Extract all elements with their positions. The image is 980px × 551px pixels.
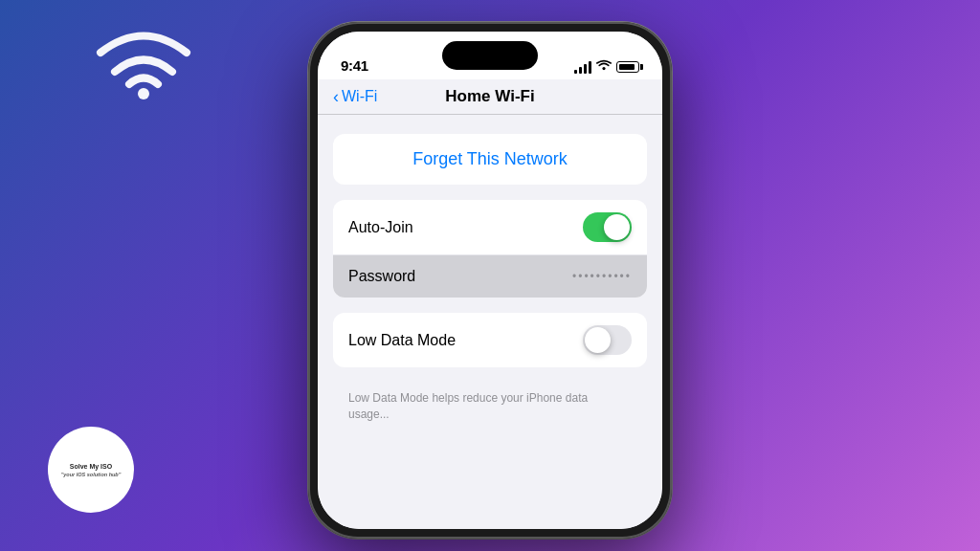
dynamic-island xyxy=(442,41,538,70)
auto-join-label: Auto-Join xyxy=(348,219,413,236)
password-row[interactable]: Password •••••••••• xyxy=(333,254,647,298)
low-data-row: Low Data Mode xyxy=(333,313,647,367)
logo-title: Solve My ISO xyxy=(70,463,112,471)
back-label: Wi-Fi xyxy=(342,88,377,105)
wifi-status-icon xyxy=(596,59,612,74)
low-data-toggle[interactable] xyxy=(583,325,632,355)
logo-badge: Solve My ISO "your IOS solution hub" xyxy=(48,427,134,513)
auto-join-row: Auto-Join xyxy=(333,200,647,254)
back-chevron-icon: ‹ xyxy=(333,88,339,105)
signal-bars-icon xyxy=(574,60,591,74)
status-bar: 9:41 xyxy=(318,32,662,79)
low-data-description: Low Data Mode helps reduce your iPhone d… xyxy=(333,383,647,423)
network-settings-group: Auto-Join Password •••••••••• xyxy=(333,200,647,298)
phone-screen: 9:41 xyxy=(318,32,662,529)
auto-join-toggle[interactable] xyxy=(583,212,632,242)
phone-frame: 9:41 xyxy=(308,22,672,539)
password-dots: •••••••••• xyxy=(572,270,632,283)
forget-network-label[interactable]: Forget This Network xyxy=(412,149,568,168)
status-icons xyxy=(574,59,639,74)
low-data-label: Low Data Mode xyxy=(348,332,456,349)
password-label: Password xyxy=(348,268,415,285)
back-button[interactable]: ‹ Wi-Fi xyxy=(333,88,377,105)
forget-network-cell[interactable]: Forget This Network xyxy=(333,134,647,185)
phone-wrapper: 9:41 xyxy=(308,22,672,539)
page-title: Home Wi-Fi xyxy=(445,87,534,106)
navigation-bar: ‹ Wi-Fi Home Wi-Fi xyxy=(318,79,662,115)
wifi-background-icon xyxy=(96,19,191,123)
low-data-group: Low Data Mode xyxy=(333,313,647,367)
battery-icon xyxy=(616,61,639,73)
status-time: 9:41 xyxy=(341,57,368,74)
logo-subtitle: "your IOS solution hub" xyxy=(61,472,122,477)
settings-content: Forget This Network Auto-Join xyxy=(318,115,662,529)
